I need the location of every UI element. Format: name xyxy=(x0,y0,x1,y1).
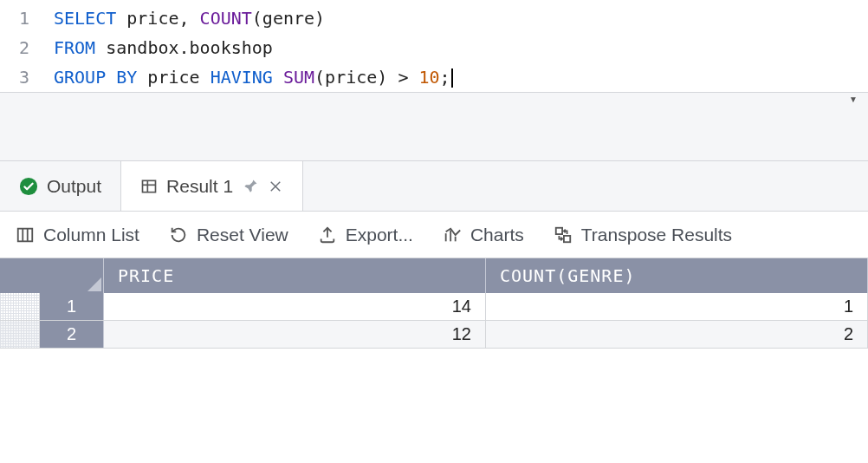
reset-view-label: Reset View xyxy=(197,225,288,245)
tab-result-1[interactable]: Result 1 xyxy=(121,161,303,211)
table-row[interactable]: 2122 xyxy=(0,321,868,349)
transpose-label: Transpose Results xyxy=(581,225,732,245)
code-line[interactable]: 3GROUP BY price HAVING SUM(price) > 10; xyxy=(0,62,868,92)
tab-result-label: Result 1 xyxy=(166,176,233,197)
result-toolbar: Column List Reset View Export... Charts … xyxy=(0,212,868,258)
export-button[interactable]: Export... xyxy=(318,225,413,245)
column-list-button[interactable]: Column List xyxy=(16,225,139,245)
row-handle[interactable] xyxy=(0,293,40,320)
code-line[interactable]: 1SELECT price, COUNT(genre) xyxy=(0,3,868,33)
row-handle[interactable] xyxy=(0,321,40,348)
sql-editor[interactable]: 1SELECT price, COUNT(genre)2FROM sandbox… xyxy=(0,0,868,92)
code-line[interactable]: 2FROM sandbox.bookshop xyxy=(0,33,868,62)
result-tabs: Output Result 1 xyxy=(0,161,868,212)
charts-icon xyxy=(443,225,462,245)
row-number[interactable]: 1 xyxy=(40,293,104,320)
svg-rect-13 xyxy=(564,235,570,241)
code-content[interactable]: FROM sandbox.bookshop xyxy=(54,37,273,58)
table-icon xyxy=(140,178,158,195)
reset-icon xyxy=(169,225,188,245)
column-list-label: Column List xyxy=(43,225,139,245)
cell[interactable]: 14 xyxy=(104,293,486,320)
reset-view-button[interactable]: Reset View xyxy=(169,225,288,245)
export-label: Export... xyxy=(346,225,413,245)
charts-label: Charts xyxy=(470,225,524,245)
line-number: 2 xyxy=(0,37,54,58)
tab-output[interactable]: Output xyxy=(0,161,121,211)
transpose-button[interactable]: Transpose Results xyxy=(554,225,732,245)
grid-header: PRICECOUNT(GENRE) xyxy=(0,258,868,293)
svg-rect-1 xyxy=(143,180,156,192)
transpose-icon xyxy=(554,225,573,245)
panel-resize-bar[interactable]: ▼ xyxy=(0,92,868,161)
text-cursor xyxy=(451,68,453,88)
pin-icon[interactable] xyxy=(242,178,259,195)
row-number[interactable]: 2 xyxy=(40,321,104,348)
code-content[interactable]: SELECT price, COUNT(genre) xyxy=(54,8,325,29)
cell[interactable]: 2 xyxy=(486,321,868,348)
check-circle-icon xyxy=(19,177,38,196)
line-number: 1 xyxy=(0,8,54,29)
dropdown-arrow-icon[interactable]: ▼ xyxy=(849,95,858,104)
export-icon xyxy=(318,225,337,245)
table-row[interactable]: 1141 xyxy=(0,293,868,321)
code-content[interactable]: GROUP BY price HAVING SUM(price) > 10; xyxy=(54,67,453,88)
close-icon[interactable] xyxy=(268,179,283,194)
columns-icon xyxy=(16,225,35,245)
cell[interactable]: 1 xyxy=(486,293,868,320)
grid-corner[interactable] xyxy=(0,258,104,293)
column-header[interactable]: COUNT(GENRE) xyxy=(486,258,868,293)
tab-output-label: Output xyxy=(47,176,101,197)
line-number: 3 xyxy=(0,67,54,88)
svg-rect-12 xyxy=(556,227,562,233)
charts-button[interactable]: Charts xyxy=(443,225,524,245)
result-grid: PRICECOUNT(GENRE) 11412122 xyxy=(0,258,868,463)
cell[interactable]: 12 xyxy=(104,321,486,348)
column-header[interactable]: PRICE xyxy=(104,258,486,293)
svg-rect-6 xyxy=(18,228,33,241)
